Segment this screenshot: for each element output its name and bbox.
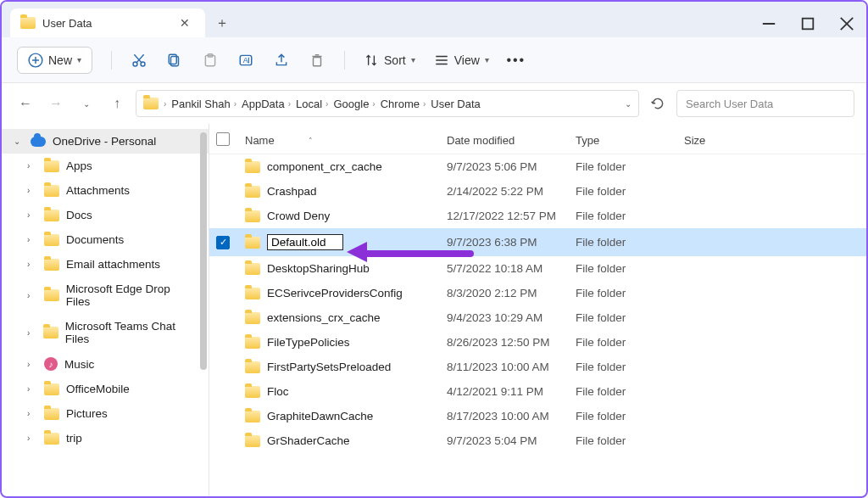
scrollbar[interactable]: [200, 132, 207, 370]
file-name: GraphiteDawnCache: [267, 410, 373, 422]
breadcrumb[interactable]: › Pankil Shah› AppData› Local› Google› C…: [136, 90, 639, 117]
close-window-button[interactable]: [827, 10, 866, 37]
minimize-button[interactable]: [749, 10, 788, 37]
column-date[interactable]: Date modified: [447, 134, 576, 147]
sidebar-item-label: Email attachments: [66, 258, 160, 271]
file-type: File folder: [576, 311, 684, 324]
sidebar-item[interactable]: ›♪Music: [2, 351, 209, 377]
sidebar-item[interactable]: ›Microsoft Edge Drop Files: [2, 277, 209, 314]
chevron-right-icon: ›: [27, 409, 37, 418]
date-modified: 9/7/2023 6:38 PM: [447, 236, 576, 249]
file-name: DesktopSharingHub: [267, 262, 370, 275]
sidebar-item[interactable]: ›Microsoft Teams Chat Files: [2, 314, 209, 351]
date-modified: 8/26/2023 12:50 PM: [447, 336, 576, 349]
file-type: File folder: [576, 287, 684, 299]
table-row[interactable]: GrShaderCache9/7/2023 5:04 PMFile folder: [209, 428, 866, 453]
chevron-right-icon: ›: [27, 360, 37, 369]
sidebar-item-label: Music: [64, 358, 94, 371]
close-tab-icon[interactable]: ✕: [175, 14, 195, 31]
table-row[interactable]: FirstPartySetsPreloaded8/11/2023 10:00 A…: [209, 355, 866, 379]
forward-button[interactable]: →: [44, 92, 68, 115]
refresh-button[interactable]: [646, 92, 670, 115]
folder-icon: [44, 185, 59, 197]
table-row[interactable]: Crashpad2/14/2022 5:22 PMFile folder: [209, 179, 866, 204]
table-row[interactable]: FileTypePolicies8/26/2023 12:50 PMFile f…: [209, 330, 866, 355]
breadcrumb-item[interactable]: AppData›: [242, 98, 291, 110]
rename-input[interactable]: [267, 234, 343, 250]
breadcrumb-item[interactable]: User Data: [431, 98, 481, 110]
chevron-right-icon: ›: [164, 99, 166, 109]
table-row[interactable]: Floc4/12/2021 9:11 PMFile folder: [209, 379, 866, 404]
maximize-button[interactable]: [788, 10, 827, 37]
sidebar-item[interactable]: ›Pictures: [2, 401, 209, 426]
file-type: File folder: [576, 385, 684, 398]
new-tab-button[interactable]: ＋: [205, 9, 239, 37]
svg-text:A: A: [243, 56, 248, 64]
file-type: File folder: [576, 361, 684, 373]
share-icon[interactable]: [273, 52, 290, 69]
date-modified: 2/14/2022 5:22 PM: [447, 185, 576, 198]
sidebar-item[interactable]: ›Documents: [2, 227, 209, 252]
file-name: ECSerivceProvidersConfig: [267, 287, 403, 299]
sidebar-item[interactable]: ›OfficeMobile: [2, 377, 209, 401]
new-button[interactable]: New ▾: [17, 47, 92, 74]
folder-icon: [44, 289, 59, 301]
table-row[interactable]: extensions_crx_cache9/4/2023 10:29 AMFil…: [209, 305, 866, 330]
address-bar: ← → ⌄ ↑ › Pankil Shah› AppData› Local› G…: [2, 83, 866, 124]
breadcrumb-item[interactable]: Pankil Shah›: [171, 98, 236, 110]
sidebar-item[interactable]: ›Docs: [2, 203, 209, 227]
paste-icon[interactable]: [202, 52, 219, 69]
folder-icon: [245, 312, 260, 324]
select-all-checkbox[interactable]: [216, 132, 230, 146]
file-name: Crashpad: [267, 185, 317, 198]
row-checkbox[interactable]: ✓: [216, 236, 230, 249]
sidebar-item[interactable]: ›trip: [2, 426, 209, 450]
file-list: Name˄ Date modified Type Size component_…: [209, 124, 866, 496]
table-row[interactable]: ECSerivceProvidersConfig8/3/2020 2:12 PM…: [209, 281, 866, 305]
breadcrumb-item[interactable]: Google›: [333, 98, 375, 110]
tab-user-data[interactable]: User Data ✕: [10, 8, 205, 37]
table-row[interactable]: component_crx_cache9/7/2023 5:06 PMFile …: [209, 154, 866, 179]
table-row[interactable]: ✓9/7/2023 6:38 PMFile folder: [209, 228, 866, 256]
folder-icon: [20, 17, 36, 29]
sidebar-item-label: OneDrive - Personal: [53, 135, 156, 148]
delete-icon[interactable]: [309, 52, 326, 69]
back-button[interactable]: ←: [14, 92, 37, 115]
chevron-down-icon[interactable]: ⌄: [625, 99, 632, 109]
table-row[interactable]: Crowd Deny12/17/2022 12:57 PMFile folder: [209, 204, 866, 228]
chevron-down-icon: ▾: [77, 55, 81, 64]
folder-icon: [245, 161, 260, 173]
sidebar-item[interactable]: ›Email attachments: [2, 252, 209, 277]
column-name[interactable]: Name˄: [245, 134, 447, 147]
cut-icon[interactable]: [131, 52, 147, 69]
recent-button[interactable]: ⌄: [75, 92, 98, 115]
table-row[interactable]: GraphiteDawnCache8/17/2023 10:00 AMFile …: [209, 404, 866, 428]
sidebar-root-onedrive[interactable]: ⌄ OneDrive - Personal: [2, 129, 209, 154]
copy-icon[interactable]: [166, 52, 183, 69]
view-icon: [434, 53, 449, 68]
rename-icon[interactable]: A: [237, 52, 254, 69]
separator: [344, 51, 345, 70]
file-name: Floc: [267, 385, 289, 398]
more-icon[interactable]: •••: [508, 52, 525, 69]
sidebar-item[interactable]: ›Apps: [2, 154, 209, 178]
breadcrumb-item[interactable]: Local›: [296, 98, 328, 110]
column-size[interactable]: Size: [684, 134, 752, 147]
sort-button[interactable]: Sort ▾: [364, 53, 415, 68]
folder-icon: [245, 237, 260, 249]
chevron-right-icon: ›: [27, 434, 37, 443]
sidebar-item[interactable]: ›Attachments: [2, 178, 209, 203]
sidebar-item-label: Documents: [66, 233, 124, 246]
folder-icon: [44, 160, 59, 172]
column-type[interactable]: Type: [576, 134, 684, 147]
music-icon: ♪: [44, 357, 58, 371]
breadcrumb-item[interactable]: Chrome›: [381, 98, 426, 110]
sidebar-item-label: Microsoft Teams Chat Files: [65, 320, 197, 345]
table-row[interactable]: DesktopSharingHub5/7/2022 10:18 AMFile f…: [209, 256, 866, 281]
folder-icon: [245, 186, 260, 198]
file-type: File folder: [576, 262, 684, 275]
view-button[interactable]: View ▾: [434, 53, 489, 68]
onedrive-icon: [31, 137, 46, 147]
up-button[interactable]: ↑: [105, 92, 129, 115]
search-input[interactable]: Search User Data: [676, 90, 854, 117]
